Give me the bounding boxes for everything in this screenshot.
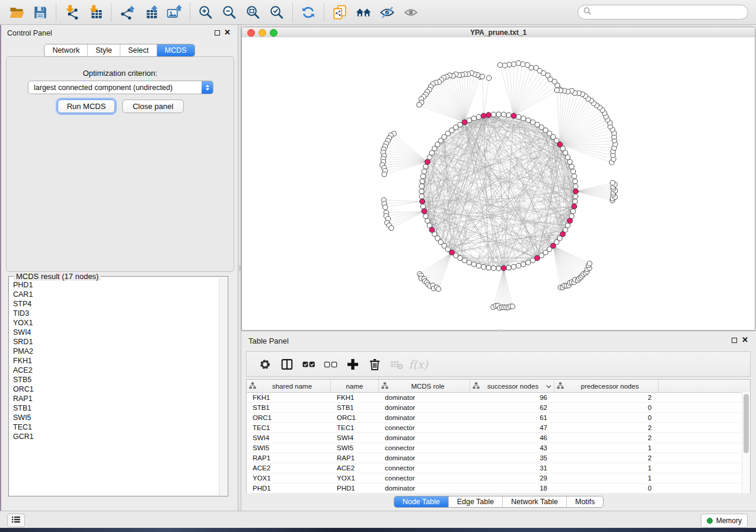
mcds-result-item[interactable]: STP4: [9, 299, 219, 309]
tab-motifs[interactable]: Motifs: [566, 496, 603, 507]
import-network-icon[interactable]: [60, 2, 84, 23]
clone-network-icon[interactable]: [328, 2, 352, 23]
cell: 47: [470, 423, 554, 432]
cell: 2: [554, 423, 659, 432]
mcds-result-item[interactable]: TEC1: [9, 422, 219, 432]
mcds-result-item[interactable]: TID3: [9, 309, 219, 318]
close-panel-button[interactable]: Close panel: [122, 100, 184, 113]
mcds-result-item[interactable]: CAR1: [9, 290, 219, 299]
table-toolbar: f(x): [246, 351, 751, 377]
criterion-dropdown[interactable]: largest connected component (undirected): [28, 81, 213, 94]
control-panel-title: Control Panel: [7, 29, 52, 37]
cell: 2: [554, 453, 659, 463]
table-row[interactable]: YOX1YOX1connector291: [247, 473, 750, 483]
birds-eye-view-icon[interactable]: [399, 2, 423, 23]
cell: 0: [554, 413, 659, 422]
zoom-selected-icon[interactable]: [265, 2, 289, 23]
mcds-result-item[interactable]: PMA2: [9, 347, 219, 356]
mcds-result-item[interactable]: YOX1: [9, 318, 219, 328]
shared-column-icon: [557, 382, 564, 390]
table-row[interactable]: SWI5SWI5connector431: [247, 443, 750, 453]
delete-column-icon[interactable]: [363, 354, 385, 374]
workspace: YPA_prune.txt_1 Table Panel ✕ f(x) share…: [241, 25, 756, 511]
column-header-predecessor-nodes[interactable]: predecessor nodes: [554, 380, 659, 392]
select-all-rows-icon[interactable]: [298, 354, 320, 374]
table-row[interactable]: PHD1PHD1dominator180: [247, 483, 750, 493]
tab-mcds[interactable]: MCDS: [157, 44, 194, 56]
tab-edge-table[interactable]: Edge Table: [448, 496, 502, 507]
cell: dominator: [379, 403, 470, 412]
table-scrollbar-thumb[interactable]: [744, 394, 749, 453]
close-table-panel-icon[interactable]: ✕: [742, 335, 748, 345]
mcds-result-item[interactable]: RAP1: [9, 394, 219, 403]
export-image-icon[interactable]: [162, 2, 186, 23]
cell: FKH1: [247, 393, 331, 402]
column-header-shared-name[interactable]: shared name: [247, 380, 331, 392]
network-graph[interactable]: [242, 37, 755, 330]
mcds-result-item[interactable]: GCR1: [9, 432, 219, 441]
export-table-icon[interactable]: [139, 2, 162, 23]
mcds-result-item[interactable]: FKH1: [9, 356, 219, 366]
export-network-icon[interactable]: [115, 2, 139, 23]
float-panel-icon[interactable]: [215, 30, 220, 36]
zoom-out-icon[interactable]: [218, 2, 241, 23]
column-menu-chevron-icon[interactable]: [546, 383, 551, 390]
memory-button[interactable]: Memory: [701, 514, 748, 528]
search-input[interactable]: [595, 8, 748, 17]
table-row[interactable]: STB1STB1dominator620: [247, 403, 750, 413]
mcds-result-item[interactable]: ACE2: [9, 366, 219, 375]
zoom-in-icon[interactable]: [194, 2, 218, 23]
mcds-result-item[interactable]: SWI4: [9, 328, 219, 337]
mcds-result-item[interactable]: ORC1: [9, 384, 219, 394]
network-window-titlebar[interactable]: YPA_prune.txt_1: [242, 27, 755, 38]
toggle-graphics-details-icon[interactable]: [375, 2, 399, 23]
cell: RAP1: [247, 453, 331, 463]
float-table-panel-icon[interactable]: [732, 338, 737, 343]
table-row[interactable]: TEC1TEC1connector472: [247, 423, 750, 433]
table-options-icon[interactable]: [254, 354, 276, 374]
table-row[interactable]: ACE2ACE2connector311: [247, 463, 750, 473]
table-row[interactable]: FKH1FKH1dominator962: [247, 393, 750, 403]
table-header-row: shared namenameMCDS rolesuccessor nodesp…: [247, 380, 750, 393]
tab-network-table[interactable]: Network Table: [502, 496, 566, 507]
cell: TEC1: [247, 423, 331, 432]
cell: 2: [554, 393, 659, 402]
add-column-icon[interactable]: [342, 354, 363, 374]
open-session-icon[interactable]: [5, 2, 28, 23]
mcds-list-scrollbar[interactable]: [219, 277, 227, 495]
close-panel-icon[interactable]: ✕: [224, 28, 231, 37]
task-history-button[interactable]: [7, 514, 25, 527]
cell: connector: [379, 473, 470, 483]
cell: dominator: [379, 393, 470, 402]
table-row[interactable]: SWI4SWI4dominator462: [247, 433, 750, 443]
table-scrollbar[interactable]: [742, 392, 750, 493]
column-header-MCDS-role[interactable]: MCDS role: [379, 380, 470, 392]
cell: 62: [470, 403, 554, 412]
mcds-result-item[interactable]: STB5: [9, 375, 219, 384]
column-header-name[interactable]: name: [331, 380, 379, 392]
zoom-fit-icon[interactable]: [241, 2, 265, 23]
table-row[interactable]: ORC1ORC1dominator610: [247, 413, 750, 423]
mcds-result-item[interactable]: SRD1: [9, 337, 219, 347]
network-canvas[interactable]: [242, 37, 755, 330]
search-box[interactable]: [578, 5, 748, 20]
import-table-icon[interactable]: [84, 2, 107, 23]
tab-network[interactable]: Network: [44, 44, 87, 56]
home-icon[interactable]: [352, 2, 375, 23]
cell: SWI5: [247, 443, 331, 453]
column-header-successor-nodes[interactable]: successor nodes: [470, 380, 554, 392]
save-session-icon[interactable]: [28, 2, 52, 23]
mcds-result-item[interactable]: STB1: [9, 403, 219, 413]
deselect-all-rows-icon[interactable]: [320, 354, 342, 374]
tab-select[interactable]: Select: [120, 44, 157, 56]
tab-node-table[interactable]: Node Table: [394, 496, 448, 507]
cell: 31: [470, 463, 554, 473]
table-row[interactable]: RAP1RAP1dominator352: [247, 453, 750, 463]
apply-layout-icon[interactable]: [296, 2, 320, 23]
mcds-result-item[interactable]: SWI5: [9, 413, 219, 422]
run-mcds-button[interactable]: Run MCDS: [58, 100, 115, 113]
show-columns-icon[interactable]: [276, 354, 298, 374]
tab-style[interactable]: Style: [87, 44, 120, 56]
mcds-result-item[interactable]: PHD1: [9, 280, 219, 290]
toolbar-separator: [56, 4, 56, 21]
